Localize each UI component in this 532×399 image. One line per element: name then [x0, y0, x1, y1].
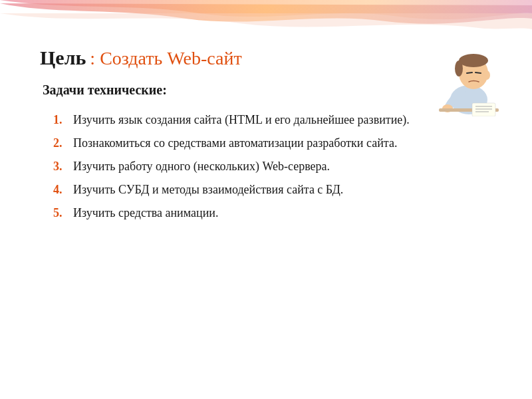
- task-number: 3.: [53, 158, 73, 176]
- list-item: 3. Изучить работу одного (нескольких) We…: [53, 158, 492, 176]
- subtitle: Задачи технические:: [43, 82, 492, 98]
- page-title: Цель : Создать Web-сайт: [40, 47, 492, 69]
- task-text: Изучить СУБД и методы взаимодействия сай…: [73, 181, 492, 199]
- title-rest-part: : Создать Web-сайт: [90, 48, 241, 69]
- list-item: 1. Изучить язык создания сайта (HTML и е…: [53, 111, 492, 129]
- list-item: 4. Изучить СУБД и методы взаимодействия …: [53, 181, 492, 199]
- task-number: 2.: [53, 134, 73, 152]
- task-number: 1.: [53, 111, 73, 129]
- main-content: Цель : Создать Web-сайт Задачи техническ…: [0, 0, 532, 247]
- list-item: 5. Изучить средства анимации.: [53, 204, 492, 222]
- task-text: Изучить работу одного (нескольких) Web-с…: [73, 158, 492, 176]
- task-number: 5.: [53, 204, 73, 222]
- task-text: Изучить средства анимации.: [73, 204, 492, 222]
- task-number: 4.: [53, 181, 73, 199]
- title-bold-part: Цель: [40, 47, 86, 69]
- task-list: 1. Изучить язык создания сайта (HTML и е…: [53, 111, 492, 222]
- task-text: Изучить язык создания сайта (HTML и его …: [73, 111, 492, 129]
- list-item: 2. Познакомиться со средствами автоматиз…: [53, 134, 492, 152]
- task-text: Познакомиться со средствами автоматизаци…: [73, 134, 492, 152]
